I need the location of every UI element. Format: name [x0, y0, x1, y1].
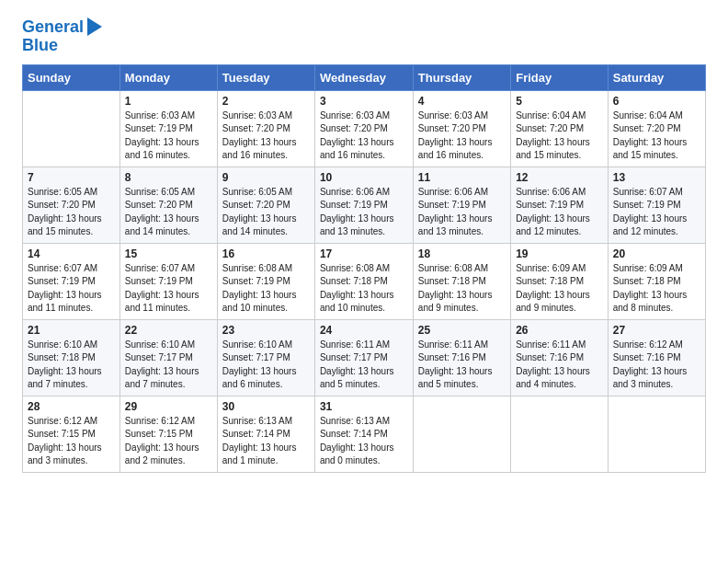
calendar-cell: 31Sunrise: 6:13 AM Sunset: 7:14 PM Dayli… [314, 396, 413, 472]
weekday-header-monday: Monday [119, 64, 217, 90]
calendar-cell: 9Sunrise: 6:05 AM Sunset: 7:20 PM Daylig… [217, 167, 314, 243]
calendar-cell: 4Sunrise: 6:03 AM Sunset: 7:20 PM Daylig… [413, 90, 510, 167]
day-number: 8 [125, 171, 212, 184]
day-number: 30 [222, 400, 310, 413]
calendar-cell [413, 396, 510, 472]
weekday-header-thursday: Thursday [413, 64, 510, 90]
day-number: 17 [320, 247, 408, 260]
calendar-cell: 6Sunrise: 6:04 AM Sunset: 7:20 PM Daylig… [608, 90, 705, 167]
day-info: Sunrise: 6:07 AM Sunset: 7:19 PM Dayligh… [28, 262, 115, 316]
calendar-week-2: 7Sunrise: 6:05 AM Sunset: 7:20 PM Daylig… [23, 167, 706, 243]
day-info: Sunrise: 6:08 AM Sunset: 7:18 PM Dayligh… [418, 262, 506, 316]
day-info: Sunrise: 6:12 AM Sunset: 7:15 PM Dayligh… [125, 415, 212, 468]
day-info: Sunrise: 6:07 AM Sunset: 7:19 PM Dayligh… [125, 262, 212, 316]
calendar-cell [23, 90, 120, 167]
calendar-cell: 2Sunrise: 6:03 AM Sunset: 7:20 PM Daylig… [217, 90, 314, 167]
calendar-cell: 8Sunrise: 6:05 AM Sunset: 7:20 PM Daylig… [119, 167, 217, 243]
day-info: Sunrise: 6:05 AM Sunset: 7:20 PM Dayligh… [222, 186, 310, 239]
calendar-cell: 11Sunrise: 6:06 AM Sunset: 7:19 PM Dayli… [413, 167, 510, 243]
day-number: 2 [222, 95, 310, 108]
day-info: Sunrise: 6:12 AM Sunset: 7:16 PM Dayligh… [613, 339, 700, 392]
day-number: 26 [516, 324, 603, 337]
calendar-cell: 29Sunrise: 6:12 AM Sunset: 7:15 PM Dayli… [119, 396, 217, 472]
weekday-header-friday: Friday [511, 64, 609, 90]
calendar-cell [511, 396, 609, 472]
calendar-table: SundayMondayTuesdayWednesdayThursdayFrid… [22, 64, 706, 473]
day-info: Sunrise: 6:08 AM Sunset: 7:19 PM Dayligh… [222, 262, 310, 316]
page-header: General Blue [22, 18, 706, 55]
day-info: Sunrise: 6:09 AM Sunset: 7:18 PM Dayligh… [613, 262, 700, 316]
logo-arrow-icon [87, 17, 102, 36]
day-info: Sunrise: 6:10 AM Sunset: 7:17 PM Dayligh… [125, 339, 212, 392]
day-number: 3 [320, 95, 408, 108]
calendar-cell: 18Sunrise: 6:08 AM Sunset: 7:18 PM Dayli… [413, 243, 510, 319]
calendar-week-1: 1Sunrise: 6:03 AM Sunset: 7:19 PM Daylig… [23, 90, 706, 167]
calendar-cell: 24Sunrise: 6:11 AM Sunset: 7:17 PM Dayli… [314, 319, 413, 396]
calendar-cell: 10Sunrise: 6:06 AM Sunset: 7:19 PM Dayli… [314, 167, 413, 243]
day-info: Sunrise: 6:07 AM Sunset: 7:19 PM Dayligh… [613, 186, 700, 239]
calendar-cell: 14Sunrise: 6:07 AM Sunset: 7:19 PM Dayli… [23, 243, 120, 319]
calendar-cell: 16Sunrise: 6:08 AM Sunset: 7:19 PM Dayli… [217, 243, 314, 319]
day-info: Sunrise: 6:03 AM Sunset: 7:20 PM Dayligh… [320, 109, 408, 163]
day-info: Sunrise: 6:11 AM Sunset: 7:16 PM Dayligh… [516, 339, 603, 392]
calendar-cell: 21Sunrise: 6:10 AM Sunset: 7:18 PM Dayli… [23, 319, 120, 396]
day-info: Sunrise: 6:13 AM Sunset: 7:14 PM Dayligh… [320, 415, 408, 468]
day-number: 19 [516, 247, 603, 260]
day-number: 12 [516, 171, 603, 184]
day-number: 18 [418, 247, 506, 260]
weekday-header-tuesday: Tuesday [217, 64, 314, 90]
day-info: Sunrise: 6:06 AM Sunset: 7:19 PM Dayligh… [516, 186, 603, 239]
day-number: 25 [418, 324, 506, 337]
day-number: 15 [125, 247, 212, 260]
calendar-cell: 30Sunrise: 6:13 AM Sunset: 7:14 PM Dayli… [217, 396, 314, 472]
day-number: 20 [613, 247, 700, 260]
calendar-cell: 15Sunrise: 6:07 AM Sunset: 7:19 PM Dayli… [119, 243, 217, 319]
calendar-cell: 23Sunrise: 6:10 AM Sunset: 7:17 PM Dayli… [217, 319, 314, 396]
calendar-cell: 19Sunrise: 6:09 AM Sunset: 7:18 PM Dayli… [511, 243, 609, 319]
day-number: 29 [125, 400, 212, 413]
day-number: 7 [28, 171, 115, 184]
calendar-cell: 20Sunrise: 6:09 AM Sunset: 7:18 PM Dayli… [608, 243, 705, 319]
day-info: Sunrise: 6:04 AM Sunset: 7:20 PM Dayligh… [613, 109, 700, 163]
day-info: Sunrise: 6:03 AM Sunset: 7:19 PM Dayligh… [125, 109, 212, 163]
day-number: 4 [418, 95, 506, 108]
day-number: 11 [418, 171, 506, 184]
day-number: 22 [125, 324, 212, 337]
calendar-cell: 3Sunrise: 6:03 AM Sunset: 7:20 PM Daylig… [314, 90, 413, 167]
day-number: 31 [320, 400, 408, 413]
day-number: 21 [28, 324, 115, 337]
day-number: 9 [222, 171, 310, 184]
day-info: Sunrise: 6:10 AM Sunset: 7:18 PM Dayligh… [28, 339, 115, 392]
calendar-cell: 28Sunrise: 6:12 AM Sunset: 7:15 PM Dayli… [23, 396, 120, 472]
calendar-cell: 26Sunrise: 6:11 AM Sunset: 7:16 PM Dayli… [511, 319, 609, 396]
weekday-header-wednesday: Wednesday [314, 64, 413, 90]
day-info: Sunrise: 6:12 AM Sunset: 7:15 PM Dayligh… [28, 415, 115, 468]
day-number: 1 [125, 95, 212, 108]
day-number: 24 [320, 324, 408, 337]
logo: General Blue [22, 18, 102, 55]
day-info: Sunrise: 6:09 AM Sunset: 7:18 PM Dayligh… [516, 262, 603, 316]
day-info: Sunrise: 6:10 AM Sunset: 7:17 PM Dayligh… [222, 339, 310, 392]
day-info: Sunrise: 6:05 AM Sunset: 7:20 PM Dayligh… [125, 186, 212, 239]
day-info: Sunrise: 6:06 AM Sunset: 7:19 PM Dayligh… [320, 186, 408, 239]
day-number: 10 [320, 171, 408, 184]
day-info: Sunrise: 6:13 AM Sunset: 7:14 PM Dayligh… [222, 415, 310, 468]
day-number: 28 [28, 400, 115, 413]
calendar-cell [608, 396, 705, 472]
day-info: Sunrise: 6:11 AM Sunset: 7:17 PM Dayligh… [320, 339, 408, 392]
day-info: Sunrise: 6:03 AM Sunset: 7:20 PM Dayligh… [418, 109, 506, 163]
day-info: Sunrise: 6:03 AM Sunset: 7:20 PM Dayligh… [222, 109, 310, 163]
calendar-week-3: 14Sunrise: 6:07 AM Sunset: 7:19 PM Dayli… [23, 243, 706, 319]
day-info: Sunrise: 6:04 AM Sunset: 7:20 PM Dayligh… [516, 109, 603, 163]
day-number: 13 [613, 171, 700, 184]
logo-blue-text: Blue [22, 36, 58, 54]
day-info: Sunrise: 6:06 AM Sunset: 7:19 PM Dayligh… [418, 186, 506, 239]
logo-text: General [22, 18, 84, 37]
calendar-cell: 27Sunrise: 6:12 AM Sunset: 7:16 PM Dayli… [608, 319, 705, 396]
weekday-header-sunday: Sunday [23, 64, 120, 90]
calendar-week-5: 28Sunrise: 6:12 AM Sunset: 7:15 PM Dayli… [23, 396, 706, 472]
calendar-cell: 7Sunrise: 6:05 AM Sunset: 7:20 PM Daylig… [23, 167, 120, 243]
day-number: 16 [222, 247, 310, 260]
calendar-cell: 1Sunrise: 6:03 AM Sunset: 7:19 PM Daylig… [119, 90, 217, 167]
day-info: Sunrise: 6:11 AM Sunset: 7:16 PM Dayligh… [418, 339, 506, 392]
